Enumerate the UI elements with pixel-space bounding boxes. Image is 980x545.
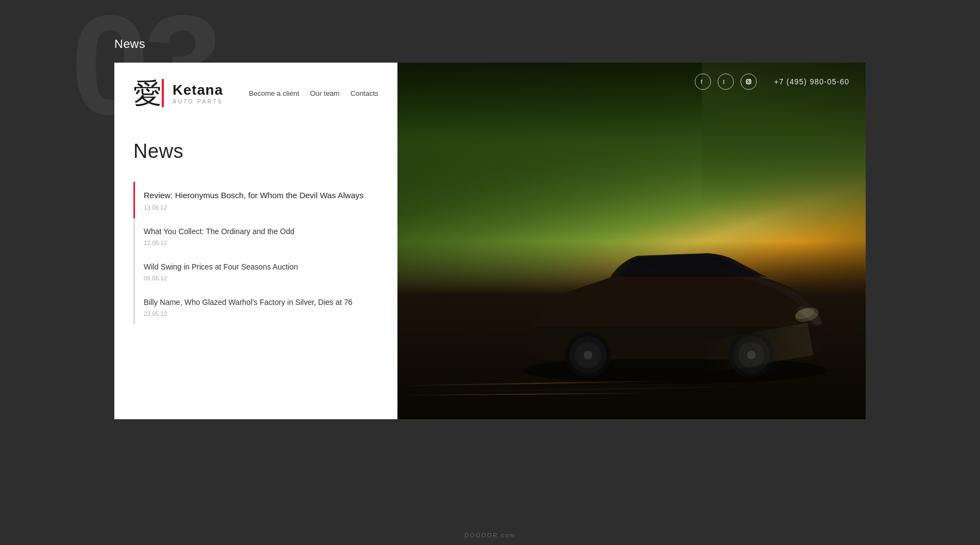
news-item-1[interactable]: Review: Hieronymus Bosch, for Whom the D… [133,182,378,218]
logo-name: Ketana [173,82,223,99]
car-scene [397,63,866,419]
footer-attribution: DOOOOR.com [464,532,516,538]
twitter-icon[interactable]: t [718,74,734,90]
news-item-1-date: 13.06.12 [144,204,378,211]
logo-sub: Auto parts [173,99,223,105]
svg-text:t: t [723,79,725,85]
nav-our-team[interactable]: Our team [310,89,340,97]
logo-area[interactable]: 愛 Ketana Auto parts [133,79,223,107]
motion-blur [397,359,866,403]
svg-point-6 [584,351,592,359]
main-panel: 愛 Ketana Auto parts Become a client Our … [114,63,866,419]
news-heading: News [133,140,378,163]
news-list: Review: Hieronymus Bosch, for Whom the D… [133,182,378,324]
phone-number: +7 (495) 980-05-60 [774,77,849,86]
site-header: 愛 Ketana Auto parts Become a client Our … [114,63,397,118]
svg-point-15 [749,80,750,81]
logo-red-bar [162,79,164,107]
nav-become-client[interactable]: Become a client [249,89,299,97]
left-section: 愛 Ketana Auto parts Become a client Our … [114,63,397,419]
news-item-3[interactable]: Wild Swing in Prices at Four Seasons Auc… [133,254,378,289]
news-item-4[interactable]: Billy Name, Who Glazed Warhol's Factory … [133,289,378,324]
news-item-4-date: 23.05.12 [144,310,378,317]
nav-contacts[interactable]: Contacts [351,89,378,97]
facebook-icon[interactable]: f [695,74,711,90]
svg-point-14 [748,81,750,83]
news-item-1-title: Review: Hieronymus Bosch, for Whom the D… [144,189,378,202]
section-label: News [114,37,145,51]
news-content: News Review: Hieronymus Bosch, for Whom … [114,118,397,341]
news-item-2-title: What You Collect: The Ordinary and the O… [144,226,378,237]
news-item-2-date: 12.06.12 [144,240,378,246]
news-item-4-title: Billy Name, Who Glazed Warhol's Factory … [144,297,378,308]
site-nav: Become a client Our team Contacts [249,89,378,97]
instagram-icon[interactable] [740,74,757,90]
svg-text:f: f [701,78,703,85]
logo-text-block: Ketana Auto parts [173,82,223,105]
right-header: f t +7 (495) 980-05-60 [397,63,866,101]
logo-kanji: 愛 [133,79,162,107]
right-section: f t +7 (495) 980-05-60 [397,63,866,419]
car-svg [501,201,849,387]
news-item-3-date: 09.06.12 [144,275,378,281]
news-item-2[interactable]: What You Collect: The Ordinary and the O… [133,218,378,254]
news-item-3-title: Wild Swing in Prices at Four Seasons Auc… [144,261,378,273]
